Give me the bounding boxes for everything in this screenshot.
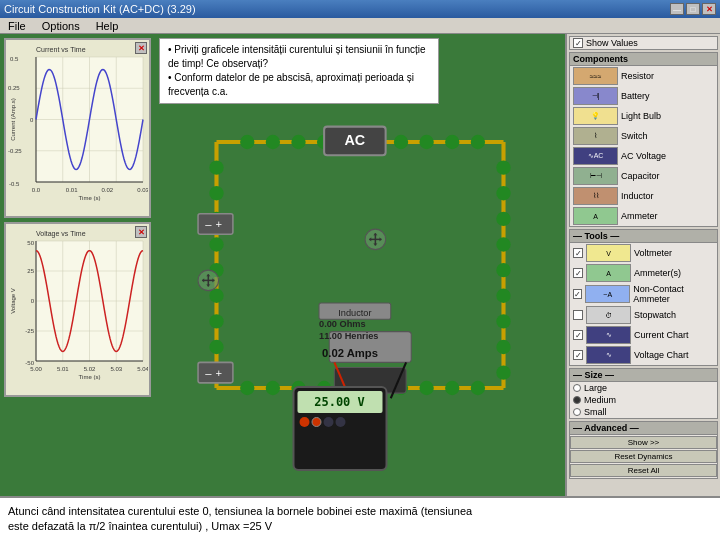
tools-title: — Tools — <box>570 230 717 243</box>
close-button[interactable]: ✕ <box>702 3 716 15</box>
tool-noncontact[interactable]: ~A Non-Contact Ammeter <box>570 283 717 305</box>
size-medium[interactable]: Medium <box>570 394 717 406</box>
svg-point-24 <box>445 381 459 395</box>
voltage-graph: ✕ <box>4 222 151 397</box>
window-controls: — □ ✕ <box>670 3 716 15</box>
current-chart-icon: ∿ <box>586 326 631 344</box>
ammeter-checkbox[interactable] <box>573 268 583 278</box>
ammeter-tool-label: Ammeter(s) <box>634 268 681 278</box>
small-label: Small <box>584 407 607 417</box>
title-bar: Circuit Construction Kit (AC+DC) (3.29) … <box>0 0 720 18</box>
menu-help[interactable]: Help <box>92 20 123 32</box>
inductor-label: Inductor <box>621 191 654 201</box>
ammeter-label: Ammeter <box>621 211 658 221</box>
tool-stopwatch[interactable]: ⏱ Stopwatch <box>570 305 717 325</box>
svg-point-16 <box>496 212 510 226</box>
medium-label: Medium <box>584 395 616 405</box>
show-values-checkbox[interactable] <box>573 38 583 48</box>
svg-text:–: – <box>205 218 212 230</box>
current-graph: ✕ <box>4 38 151 218</box>
left-panel: ✕ ✕ <box>0 34 155 496</box>
stopwatch-checkbox[interactable] <box>573 310 583 320</box>
resistor-icon: ≈≈≈ <box>573 67 618 85</box>
menu-options[interactable]: Options <box>38 20 84 32</box>
show-values-label: Show Values <box>586 38 638 48</box>
menu-file[interactable]: File <box>4 20 30 32</box>
svg-point-15 <box>496 186 510 200</box>
bottom-line2: este defazată la π/2 înaintea curentului… <box>8 520 272 532</box>
component-switch[interactable]: ⌇ Switch <box>570 126 717 146</box>
svg-point-18 <box>496 263 510 277</box>
simulation-area: • Priviți graficele intensității curentu… <box>155 34 565 496</box>
switch-label: Switch <box>621 131 648 141</box>
inductor-icon: ⌇⌇ <box>573 187 618 205</box>
component-battery[interactable]: ⊣| Battery <box>570 86 717 106</box>
bottom-text-area: Atunci când intensitatea curentului este… <box>0 496 720 540</box>
medium-radio[interactable] <box>573 396 581 404</box>
svg-point-19 <box>496 289 510 303</box>
multimeter: 25.00 V <box>292 386 387 471</box>
component-inductor[interactable]: ⌇⌇ Inductor <box>570 186 717 206</box>
size-large[interactable]: Large <box>570 382 717 394</box>
reset-dynamics-button[interactable]: Reset Dynamics <box>570 450 717 463</box>
ammeter-tool-icon: A <box>586 264 631 282</box>
multimeter-display: 25.00 V <box>297 391 382 413</box>
svg-text:+: + <box>215 218 222 230</box>
ac-label: AC Voltage <box>621 151 666 161</box>
minimize-button[interactable]: — <box>670 3 684 15</box>
maximize-button[interactable]: □ <box>686 3 700 15</box>
advanced-section: — Advanced — Show >> Reset Dynamics Rese… <box>569 421 718 479</box>
info-line3: • Conform datelor de pe abscisă, aproxim… <box>168 72 362 83</box>
current-chart-checkbox[interactable] <box>573 330 583 340</box>
svg-text:Inductor: Inductor <box>338 308 371 318</box>
menu-bar: File Options Help <box>0 18 720 34</box>
right-panel: Show Values Components ≈≈≈ Resistor ⊣| B… <box>565 34 720 496</box>
svg-point-4 <box>240 135 254 149</box>
stopwatch-icon: ⏱ <box>586 306 631 324</box>
component-ammeter[interactable]: A Ammeter <box>570 206 717 226</box>
voltage-chart-icon: ∿ <box>586 346 631 364</box>
noncontact-checkbox[interactable] <box>573 289 582 299</box>
voltmeter-icon: V <box>586 244 631 262</box>
svg-point-41 <box>209 160 223 174</box>
svg-point-20 <box>496 314 510 328</box>
component-lightbulb[interactable]: 💡 Light Bulb <box>570 106 717 126</box>
svg-text:11.00 Henries: 11.00 Henries <box>319 331 378 341</box>
stopwatch-label: Stopwatch <box>634 310 676 320</box>
svg-point-6 <box>291 135 305 149</box>
tool-current-chart[interactable]: ∿ Current Chart <box>570 325 717 345</box>
show-advanced-button[interactable]: Show >> <box>570 436 717 449</box>
voltage-chart-checkbox[interactable] <box>573 350 583 360</box>
tool-voltmeter[interactable]: V Voltmeter <box>570 243 717 263</box>
svg-point-11 <box>419 135 433 149</box>
noncontact-icon: ~A <box>585 285 630 303</box>
show-values-item[interactable]: Show Values <box>570 37 717 49</box>
component-resistor[interactable]: ≈≈≈ Resistor <box>570 66 717 86</box>
voltmeter-label: Voltmeter <box>634 248 672 258</box>
switch-icon: ⌇ <box>573 127 618 145</box>
size-small[interactable]: Small <box>570 406 717 418</box>
component-capacitor[interactable]: ⊢⊣ Capacitor <box>570 166 717 186</box>
tool-voltage-chart[interactable]: ∿ Voltage Chart <box>570 345 717 365</box>
voltage-graph-close[interactable]: ✕ <box>135 226 147 238</box>
bottom-line1: Atunci când intensitatea curentului este… <box>8 505 472 517</box>
svg-point-35 <box>209 314 223 328</box>
large-radio[interactable] <box>573 384 581 392</box>
info-box: • Priviți graficele intensității curentu… <box>159 38 439 104</box>
advanced-title: — Advanced — <box>570 422 717 435</box>
current-graph-canvas <box>8 42 148 202</box>
svg-point-32 <box>240 381 254 395</box>
voltage-graph-canvas <box>8 226 148 381</box>
current-graph-close[interactable]: ✕ <box>135 42 147 54</box>
main-area: ✕ ✕ • Priviți graficele intensității cur… <box>0 34 720 496</box>
component-ac[interactable]: ∿AC AC Voltage <box>570 146 717 166</box>
svg-text:+: + <box>215 367 222 379</box>
voltmeter-checkbox[interactable] <box>573 248 583 258</box>
tool-ammeter[interactable]: A Ammeter(s) <box>570 263 717 283</box>
small-radio[interactable] <box>573 408 581 416</box>
size-section: — Size — Large Medium Small <box>569 368 718 419</box>
capacitor-icon: ⊢⊣ <box>573 167 618 185</box>
current-chart-label: Current Chart <box>634 330 689 340</box>
reset-all-button[interactable]: Reset All <box>570 464 717 477</box>
svg-point-12 <box>445 135 459 149</box>
